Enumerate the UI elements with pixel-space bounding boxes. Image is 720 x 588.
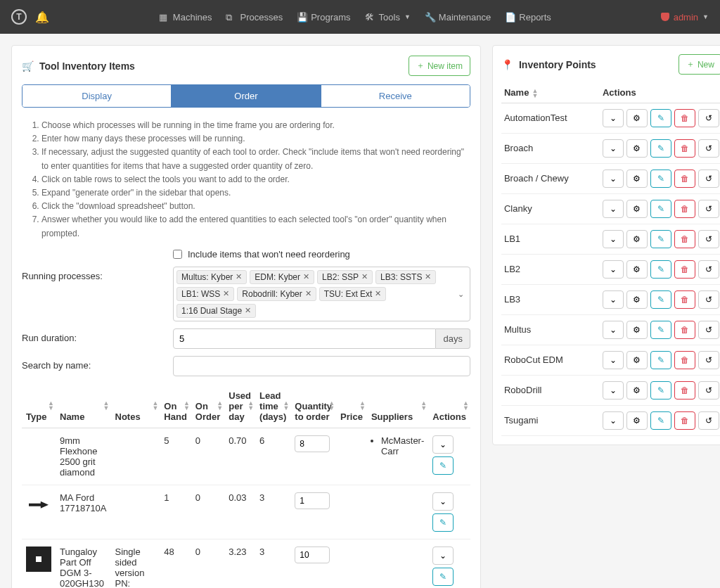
col-used-per-day[interactable]: Used per day▲▼ (224, 385, 255, 428)
col-quantity-to-order[interactable]: Quantity to order▲▼ (290, 385, 336, 428)
edit-button[interactable]: ✎ (432, 513, 454, 532)
delete-button[interactable]: 🗑 (674, 170, 695, 188)
quantity-input[interactable] (295, 435, 330, 452)
col-type[interactable]: Type▲▼ (22, 385, 56, 428)
expand-button[interactable]: ⌄ (603, 351, 624, 369)
quantity-input[interactable] (295, 492, 330, 509)
search-input[interactable] (173, 356, 470, 376)
running-processes-select[interactable]: Multus: Kyber✕EDM: Kyber✕LB2: SSP✕LB3: S… (173, 267, 470, 321)
delete-button[interactable]: 🗑 (674, 321, 695, 339)
col-suppliers[interactable]: Suppliers▲▼ (367, 385, 428, 428)
delete-button[interactable]: 🗑 (674, 411, 695, 430)
history-button[interactable]: ↺ (698, 260, 719, 279)
settings-button[interactable]: ⚙ (626, 411, 648, 430)
delete-button[interactable]: 🗑 (674, 109, 695, 127)
tab-receive[interactable]: Receive (321, 85, 470, 107)
table-row[interactable]: MA Ford 17718710A100.033⌄✎ (22, 485, 470, 539)
history-button[interactable]: ↺ (698, 411, 719, 430)
expand-button[interactable]: ⌄ (432, 435, 454, 454)
edit-button[interactable]: ✎ (650, 411, 671, 430)
expand-button[interactable]: ⌄ (603, 290, 624, 309)
expand-button[interactable]: ⌄ (603, 321, 624, 339)
delete-button[interactable]: 🗑 (674, 230, 695, 248)
logo-icon[interactable]: T (11, 9, 27, 25)
expand-button[interactable]: ⌄ (603, 260, 624, 279)
settings-button[interactable]: ⚙ (626, 109, 648, 127)
new-item-button[interactable]: ＋ New item (409, 56, 470, 76)
remove-tag-icon[interactable]: ✕ (236, 272, 242, 281)
history-button[interactable]: ↺ (698, 230, 719, 248)
edit-button[interactable]: ✎ (650, 109, 671, 127)
col-on-hand[interactable]: On Hand▲▼ (160, 385, 191, 428)
settings-button[interactable]: ⚙ (626, 290, 648, 309)
history-button[interactable]: ↺ (698, 139, 719, 158)
remove-tag-icon[interactable]: ✕ (375, 289, 381, 298)
delete-button[interactable]: 🗑 (674, 290, 695, 309)
expand-button[interactable]: ⌄ (603, 109, 624, 127)
settings-button[interactable]: ⚙ (626, 200, 648, 218)
expand-button[interactable]: ⌄ (603, 200, 624, 218)
nav-item-tools[interactable]: 🛠Tools▼ (365, 12, 411, 23)
delete-button[interactable]: 🗑 (674, 260, 695, 279)
user-menu[interactable]: admin ▼ (661, 12, 709, 23)
edit-button[interactable]: ✎ (650, 260, 671, 279)
quantity-input[interactable] (295, 547, 330, 563)
history-button[interactable]: ↺ (698, 321, 719, 339)
settings-button[interactable]: ⚙ (626, 321, 648, 339)
expand-button[interactable]: ⌄ (603, 381, 624, 400)
nav-item-machines[interactable]: ▦Machines (159, 12, 212, 23)
nav-item-processes[interactable]: ⧉Processes (226, 12, 283, 23)
history-button[interactable]: ↺ (698, 381, 719, 400)
col-notes[interactable]: Notes▲▼ (111, 385, 160, 428)
settings-button[interactable]: ⚙ (626, 351, 648, 369)
notifications-icon[interactable]: 🔔 (35, 11, 49, 24)
edit-button[interactable]: ✎ (650, 170, 671, 188)
col-name[interactable]: Name▲▼ (56, 385, 111, 428)
settings-button[interactable]: ⚙ (626, 381, 648, 400)
table-row[interactable]: Tungaloy Part Off DGM 3-020GH130Single s… (22, 539, 470, 588)
delete-button[interactable]: 🗑 (674, 200, 695, 218)
table-row[interactable]: 9mm Flexhone 2500 grit diamond500.706McM… (22, 428, 470, 485)
tab-display[interactable]: Display (22, 85, 171, 107)
settings-button[interactable]: ⚙ (626, 170, 648, 188)
expand-button[interactable]: ⌄ (603, 230, 624, 248)
history-button[interactable]: ↺ (698, 200, 719, 218)
history-button[interactable]: ↺ (698, 351, 719, 369)
settings-button[interactable]: ⚙ (626, 139, 648, 158)
delete-button[interactable]: 🗑 (674, 139, 695, 158)
edit-button[interactable]: ✎ (650, 321, 671, 339)
col-lead-time-days-[interactable]: Lead time (days)▲▼ (255, 385, 290, 428)
nav-item-programs[interactable]: 💾Programs (297, 12, 350, 23)
remove-tag-icon[interactable]: ✕ (361, 272, 368, 281)
remove-tag-icon[interactable]: ✕ (305, 289, 311, 298)
nav-item-maintenance[interactable]: 🔧Maintenance (425, 12, 491, 23)
expand-button[interactable]: ⌄ (603, 170, 624, 188)
settings-button[interactable]: ⚙ (626, 260, 648, 279)
tab-order[interactable]: Order (171, 85, 320, 107)
edit-button[interactable]: ✎ (650, 230, 671, 248)
col-on-order[interactable]: On Order▲▼ (191, 385, 224, 428)
nav-item-reports[interactable]: 📄Reports (505, 12, 551, 23)
col-name[interactable]: Name▲▼ (501, 83, 600, 103)
run-duration-input[interactable] (173, 328, 436, 349)
new-inventory-point-button[interactable]: ＋ New (679, 54, 720, 75)
remove-tag-icon[interactable]: ✕ (425, 272, 431, 281)
delete-button[interactable]: 🗑 (674, 351, 695, 369)
edit-button[interactable]: ✎ (650, 200, 671, 218)
history-button[interactable]: ↺ (698, 290, 719, 309)
delete-button[interactable]: 🗑 (674, 381, 695, 400)
expand-button[interactable]: ⌄ (432, 547, 454, 565)
edit-button[interactable]: ✎ (432, 568, 454, 586)
expand-button[interactable]: ⌄ (603, 411, 624, 430)
remove-tag-icon[interactable]: ✕ (245, 306, 251, 315)
history-button[interactable]: ↺ (698, 170, 719, 188)
expand-button[interactable]: ⌄ (432, 492, 454, 511)
expand-button[interactable]: ⌄ (603, 139, 624, 158)
edit-button[interactable]: ✎ (432, 456, 454, 475)
edit-button[interactable]: ✎ (650, 290, 671, 309)
edit-button[interactable]: ✎ (650, 381, 671, 400)
history-button[interactable]: ↺ (698, 109, 719, 127)
settings-button[interactable]: ⚙ (626, 230, 648, 248)
edit-button[interactable]: ✎ (650, 139, 671, 158)
remove-tag-icon[interactable]: ✕ (223, 289, 229, 298)
